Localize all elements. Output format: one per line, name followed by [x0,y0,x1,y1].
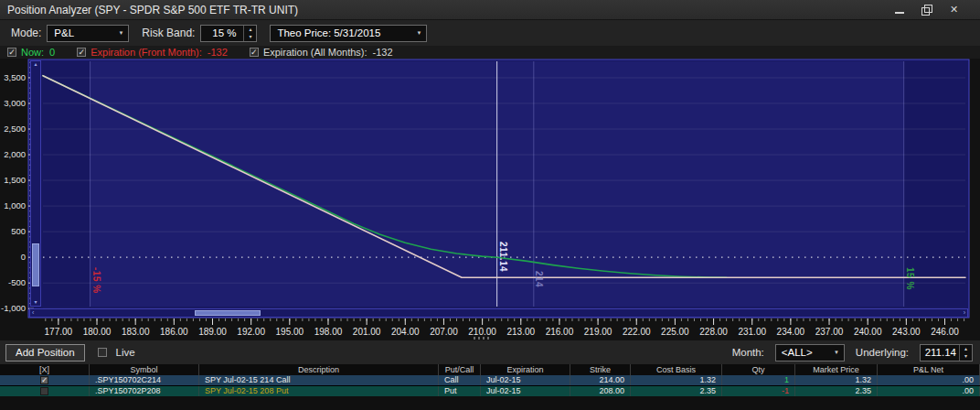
horizontal-scroll-thumb[interactable] [195,310,261,316]
cell-cost_basis: 1.32 [631,375,722,385]
svg-text:237.00: 237.00 [815,327,844,337]
cell-strike: 208.00 [570,386,631,396]
legend-checkbox[interactable] [250,48,259,57]
underlying-spinner[interactable]: 211.14 ▴▾ [920,344,973,361]
svg-text:3,000: 3,000 [4,98,26,108]
cell-market_price: 2.35 [795,386,878,396]
svg-text:246.00: 246.00 [931,327,959,337]
cell-putcall: Put [439,386,481,396]
strike-marker-label: 214 [534,271,544,287]
table-filler [0,396,980,410]
chart-horizontal-scrollbar[interactable]: ‹ › [29,308,968,318]
column-header[interactable]: Strike [570,364,631,375]
scroll-up-icon[interactable]: ▴ [31,61,40,68]
svg-text:222.00: 222.00 [623,327,651,337]
legend-label: Now: [21,47,44,58]
month-label: Month: [732,347,764,358]
chart-vertical-scrollbar[interactable]: ▴ ▾ [30,60,41,307]
restore-icon[interactable] [921,5,932,16]
toolbar: Mode: P&L Risk Band: 15 % ▴▾ Theo Price:… [0,20,980,46]
svg-text:1,000: 1,000 [4,200,26,210]
close-icon[interactable] [949,5,960,16]
theo-price-dropdown[interactable]: Theo Price: 5/31/2015 [270,25,427,42]
underlying-marker-label: 211.14 [498,242,508,272]
svg-text:219.00: 219.00 [584,327,612,337]
svg-text:234.00: 234.00 [777,327,805,337]
theo-price-value: 5/31/2015 [334,27,380,38]
cell-symbol: .SPY150702C214 [90,375,199,385]
row-checkbox[interactable]: ✓ [40,376,48,384]
svg-text:240.00: 240.00 [854,327,882,337]
legend-checkbox[interactable] [77,48,86,57]
svg-text:195.00: 195.00 [276,327,304,337]
column-header[interactable]: Symbol [90,364,199,375]
svg-text:207.00: 207.00 [430,327,458,337]
mode-value: P&L [54,27,74,38]
cell-cost_basis: 2.35 [631,386,722,396]
underlying-value: 211.14 [921,347,959,358]
pnl-chart: -1,000-50005001,0001,5002,0002,5003,0003… [0,59,980,340]
svg-text:500: 500 [11,226,26,236]
scroll-right-icon[interactable]: › [964,309,965,317]
column-header[interactable]: Description [199,364,439,375]
column-header[interactable]: [X] [0,364,90,375]
legend-value: 0 [49,47,55,58]
risk-band-spinner[interactable]: 15 % ▴▾ [200,25,257,42]
risk-band-high-label: 15 % [905,267,915,290]
table-header-row: [X]SymbolDescriptionPut/CallExpirationSt… [0,364,980,375]
svg-text:-1,000: -1,000 [1,303,26,313]
legend-value: -132 [208,47,228,58]
cell-expiration: Jul-02-15 [481,386,570,396]
position-analyzer-window: Position Analyzer (SPY - SPDR S&P 500 ET… [0,0,980,410]
legend-label: Expiration (Front Month): [91,47,202,58]
column-header[interactable]: P&L Net [878,364,980,375]
svg-text:1,500: 1,500 [4,175,26,185]
live-checkbox[interactable] [98,348,107,357]
row-checkbox[interactable] [40,387,48,395]
legend-item: Now:0 [7,47,55,58]
legend-label: Expiration (All Months): [263,47,368,58]
svg-text:228.00: 228.00 [699,327,728,337]
live-label: Live [116,347,135,358]
cell-market_price: 1.32 [795,375,878,385]
cell-pnl_net: .00 [878,375,980,385]
month-dropdown[interactable]: <ALL> [775,344,845,361]
minimize-icon[interactable] [894,5,905,16]
bottom-toolbar: Add Position Live Month: <ALL> Underlyin… [0,340,980,364]
svg-text:189.00: 189.00 [198,327,227,337]
svg-text:2,000: 2,000 [4,149,26,159]
spin-arrows[interactable]: ▴▾ [243,26,256,41]
column-header[interactable]: Expiration [481,364,570,375]
legend-checkbox[interactable] [7,48,16,57]
svg-text:204.00: 204.00 [391,327,420,337]
add-position-button[interactable]: Add Position [5,344,85,361]
cell-qty: -1 [722,386,795,396]
cell-description: SPY Jul-02-15 214 Call [199,375,439,385]
legend-item: Expiration (Front Month):-132 [77,47,228,58]
svg-text:225.00: 225.00 [661,327,689,337]
chart-plot-area[interactable]: -1,000-50005001,0001,5002,0002,5003,0003… [0,59,980,340]
cell-strike: 214.00 [570,375,631,385]
vertical-scroll-thumb[interactable] [32,243,39,286]
legend-value: -132 [373,47,393,58]
scroll-left-icon[interactable]: ‹ [32,309,34,317]
splitter-grip[interactable] [474,337,492,340]
spin-arrows[interactable]: ▴▾ [959,345,972,361]
svg-text:216.00: 216.00 [546,327,574,337]
cell-checked: ✓ [0,375,90,385]
table-row[interactable]: ✓.SPY150702C214SPY Jul-02-15 214 CallCal… [0,375,980,386]
scroll-down-icon[interactable]: ▾ [31,299,40,306]
underlying-label: Underlying: [856,347,909,358]
title-bar: Position Analyzer (SPY - SPDR S&P 500 ET… [0,0,980,20]
right-controls: Month: <ALL> Underlying: 211.14 ▴▾ [732,344,975,361]
theo-price-label: Theo Price: [277,27,331,38]
svg-text:192.00: 192.00 [237,327,265,337]
column-header[interactable]: Market Price [795,364,878,375]
column-header[interactable]: Put/Call [439,364,481,375]
window-controls [894,5,960,16]
cell-symbol: .SPY150702P208 [90,386,199,396]
mode-dropdown[interactable]: P&L [47,25,129,42]
column-header[interactable]: Qty [722,364,795,375]
column-header[interactable]: Cost Basis [631,364,722,375]
svg-text:198.00: 198.00 [314,327,343,337]
